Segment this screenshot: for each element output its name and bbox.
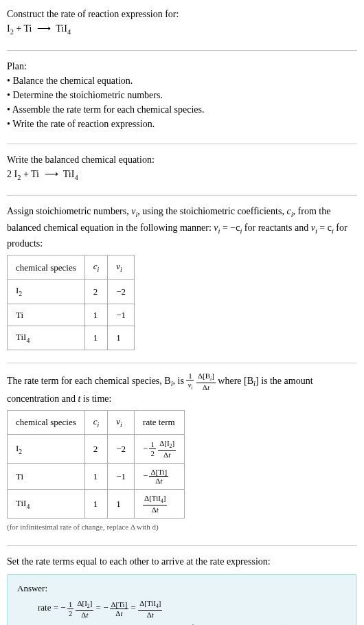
rti-f1n: 1 [186,372,194,380]
td-nu: −1 [108,464,135,490]
ans-neg2: − [103,602,108,613]
answer-box: Answer: rate = −12 Δ[I2]Δt = −Δ[Ti]Δt = … [7,574,357,626]
rate-term-value: −12 Δ[I2]Δt [143,443,176,453]
rt-dd: Δt [143,505,167,514]
rate-term-table: chemical species ci νi rate term I2 2 −2… [7,410,185,519]
rti-f2n: Δ[Bi] [196,372,216,383]
rate-term-value: Δ[TiI4]Δt [143,498,167,508]
ans-i2d: Δt [76,611,93,619]
rt-dn-c: ] [163,494,166,502]
table-header-row: chemical species ci νi [8,255,135,280]
td-rate-term: Δ[TiI4]Δt [135,490,185,519]
th-nu: νi [108,411,135,435]
intro-equation: I2 + Ti ⟶ TiI4 [7,21,357,38]
rt-dn-t: Δ[I [159,439,169,447]
ans-dd3: Δ [147,611,152,619]
rti-f2n-t: Δ[B [198,372,210,380]
td-species: I2 [8,280,85,304]
th-c-i2: i [98,421,100,429]
balanced-equation: 2 I2 + Ti ⟶ TiI4 [7,167,357,183]
rt-neg: − [143,470,148,481]
species-sub: 4 [26,337,30,344]
rt-dn-c: ] [172,439,174,447]
ans-tid: Δt [110,609,129,617]
th-species: chemical species [8,255,85,280]
divider [7,50,357,51]
rt-dd-t: t [168,451,170,459]
th-c: ci [84,411,108,435]
rate-term-value: −Δ[Ti]Δt [143,470,168,481]
eq-plus: + Ti [14,23,34,34]
ans-half: 12 [67,600,74,617]
rti-f1d-i: i [191,385,192,391]
set-equal-text: Set the rate terms equal to each other t… [7,554,357,569]
rti-t5: is time: [80,394,111,404]
plan-item: • Balance the chemical equation. [7,73,357,88]
rt-dn: Δ[Ti] [149,468,168,477]
ans-tii4n: Δ[TiI4] [138,599,162,611]
assign-eq1-rhs: = −c [220,223,240,233]
rt-dn-t: Δ[TiI [144,494,161,502]
rti-f2d-t: t [207,383,209,391]
rate-term-intro: The rate term for each chemical species,… [7,372,357,406]
th-rate-term: rate term [135,411,185,435]
td-rate-term: −Δ[Ti]Δt [135,464,185,490]
rti-t1: The rate term for each chemical species,… [7,376,171,386]
rate-term-section: The rate term for each chemical species,… [7,372,357,532]
ans-i2n: Δ[I2] [76,599,93,611]
ans-ti: Δ[Ti]Δt [110,600,129,617]
divider [7,545,357,546]
bal-plus: + Ti [21,169,41,179]
td-nu: −2 [108,280,135,304]
td-species: Ti [8,304,85,326]
th-species: chemical species [8,411,85,435]
rt-dd: Δt [149,477,168,485]
td-c: 2 [84,280,108,304]
rti-f2n-c: ] [212,372,214,380]
plan-section: Plan: • Balance the chemical equation. •… [7,59,357,131]
answer-label: Answer: [17,582,347,595]
rti-t3: where [B [216,376,253,386]
td-nu: 1 [108,490,135,519]
table-row: I2 2 −2 [8,280,135,304]
td-c: 1 [84,304,108,326]
ans-dt3: t [152,611,154,619]
td-c: 2 [84,435,108,464]
ans-tii4n-c: ] [159,599,161,607]
table-row: Ti 1 −1 [8,304,135,326]
td-nu: −2 [108,435,135,464]
plan-item: • Write the rate of reaction expression. [7,117,357,131]
rt-delta: Δ[TiI4]Δt [143,494,167,514]
bal-rhs-sub: 4 [74,173,78,181]
ans-hn: 1 [67,600,74,609]
ans-tin: Δ[Ti] [110,600,129,609]
rt-delta: Δ[I2]Δt [158,439,176,459]
th-c-i: i [98,266,100,273]
rti-t2: , is [173,376,187,386]
bal-arrow: ⟶ [45,167,58,181]
rt-dn: Δ[TiI4] [143,494,167,505]
plan-item: • Assemble the rate term for each chemic… [7,102,357,117]
ans-tii4d: Δt [138,611,162,619]
th-c: ci [84,255,108,280]
rt-cn: 1 [149,440,156,449]
table-row: TiI4 1 1 [8,326,135,350]
eq-rhs-sub: 4 [67,28,71,36]
eq-rhs: TiI [54,23,67,34]
balanced-title: Write the balanced chemical equation: [7,152,357,167]
td-c: 1 [84,464,108,490]
rti-frac2: Δ[Bi]Δt [196,372,216,391]
rt-dd: Δt [158,451,176,459]
answer-rate-line: rate = −12 Δ[I2]Δt = −Δ[Ti]Δt = Δ[TiI4]Δ… [17,599,347,619]
sp-t: TiI [16,498,26,508]
td-species: Ti [8,464,85,490]
species-sub: 2 [19,290,22,297]
species-text: TiI [16,332,26,342]
ans-i2n-t: Δ[I [77,599,87,607]
rti-f2d-d: Δ [203,383,207,391]
ans-dt2: t [120,609,122,617]
assign-t4: for reactants and [242,223,310,233]
ans-hd: 2 [67,609,74,617]
rti-f2d: Δt [196,383,216,391]
td-nu: 1 [108,326,135,350]
